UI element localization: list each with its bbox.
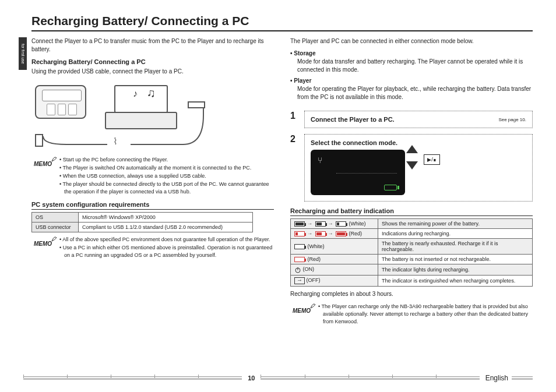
power-icon [294,266,301,273]
batt-cell-desc: The indicator is extinguished when recha… [378,276,533,287]
batt-cell-icons: → → (Red) [291,229,378,239]
right-intro: The Player and PC can be connected in ei… [290,37,533,45]
page-footer: 10 English [23,372,533,384]
page-title: Recharging Battery/ Connecting a PC [31,14,533,31]
step-number: 2 [290,134,298,144]
memo-block-1: MEMO Start up the PC before connecting t… [34,156,274,196]
memo-label: MEMO [34,156,56,167]
memo-item: The Player can recharge only the NB-3A90… [318,303,533,326]
memo-block-3: MEMO The Player can recharge only the NB… [293,303,533,326]
sub1-text: Using the provided USB cable, connect th… [31,68,274,76]
usb-symbol-icon: ⑂ [318,156,322,165]
table-row: → → (Red) Indications during recharging. [291,229,533,239]
memo-leaf-icon [310,302,316,309]
req-usb-label: USB connector [32,223,79,232]
table-row: USB connector Compliant to USB 1.1/2.0 s… [32,223,253,232]
player-screen-icon: ⑂ [311,150,405,195]
memo-item: The Player is switched ON automatically … [59,164,274,172]
batt-cell-icons: (Red) [291,255,378,264]
mode-desc: Mode for data transfer and battery recha… [290,58,533,74]
cable-break-icon: ⌇ [113,136,118,147]
memo-item: The player should be connected directly … [59,181,274,196]
mode-storage: Storage Mode for data transfer and batte… [290,50,533,74]
memo-list-3: The Player can recharge only the NB-3A90… [318,303,533,326]
requirements-table: OS Microsoft® Windows® XP/2000 USB conne… [31,212,253,232]
battery-status-icon [384,185,397,190]
footer-rule-right [261,376,479,380]
footer-mini-rule [512,376,533,380]
left-column: Connect the Player to a PC to transfer m… [31,37,274,331]
step-title: Connect the Player to a PC. [311,116,395,123]
nav-arrows [406,145,418,169]
batt-cell-icons: → → (White) [291,219,378,229]
intro-text: Connect the Player to a PC to transfer m… [31,37,274,54]
content-columns: Connect the Player to a PC to transfer m… [31,37,533,331]
mode-player: Player Mode for operating the Player for… [290,77,533,101]
batt-cell-icons: (OFF) [291,276,378,287]
batt-cell-icons: (ON) [291,264,378,276]
battery-table: → → (White) Shows the remaining power of… [290,218,533,287]
batt-cell-desc: Shows the remaining power of the battery… [378,219,533,229]
batt-cell-desc: Indications during recharging. [378,229,533,239]
memo-leaf-icon [51,155,57,162]
connection-illustration: ♪ ♫ ⌇ [31,80,212,150]
req-os-label: OS [32,213,79,223]
table-row: (White) The battery is nearly exhausted.… [291,239,533,255]
batt-cell-icons: (White) [291,239,378,255]
screen-divider-icon [336,173,397,174]
memo-item: Use a PC in which either OS mentioned ab… [59,244,274,259]
step-box: Select the connection mode. ⑂ ▶/∎ [304,134,533,202]
memo-block-2: MEMO All of the above specified PC envir… [34,236,274,260]
language-label: English [485,374,508,382]
step-2: 2 Select the connection mode. ⑂ ▶/∎ [290,134,533,202]
right-column: The Player and PC can be connected in ei… [290,37,533,331]
step-reference: See page 10. [498,117,526,122]
subhead-recharging: Recharging Battery/ Connecting a PC [31,58,274,65]
footer-rule-left [23,376,242,380]
arrow-up-icon [406,145,418,153]
arrow-down-icon [406,161,418,169]
page-number: 10 [248,375,255,382]
table-row: → → (White) Shows the remaining power of… [291,219,533,229]
table-row: (ON) The indicator lights during recharg… [291,264,533,276]
req-os-value: Microsoft® Windows® XP/2000 [79,213,253,223]
memo-list-1: Start up the PC before connecting the Pl… [59,156,274,196]
cable-icon [31,80,212,150]
step-1: 1 Connect the Player to a PC. See page 1… [290,111,533,128]
batt-cell-desc: The indicator lights during recharging. [378,264,533,276]
memo-label: MEMO [293,303,315,314]
subhead-requirements: PC system configuration requirements [31,201,274,210]
memo-label: MEMO [34,236,56,247]
step-number: 1 [290,111,298,121]
table-row: OS Microsoft® Windows® XP/2000 [32,213,253,223]
play-pause-icon: ▶/∎ [424,154,440,165]
req-usb-value: Compliant to USB 1.1/2.0 standard (USB 2… [79,223,253,232]
memo-leaf-icon [51,235,57,242]
subhead-battery: Recharging and battery indication [290,207,533,216]
step-title: Select the connection mode. [311,139,526,146]
memo-item: Start up the PC before connecting the Pl… [59,156,274,164]
table-row: (Red) The battery is not inserted or not… [291,255,533,264]
memo-item: All of the above specified PC environmen… [59,236,274,243]
batt-cell-desc: The battery is nearly exhausted. Recharg… [378,239,533,255]
step-box: Connect the Player to a PC. See page 10. [304,111,533,128]
table-row: (OFF) The indicator is extinguished when… [291,276,533,287]
batt-cell-desc: The battery is not inserted or not recha… [378,255,533,264]
memo-list-2: All of the above specified PC environmen… [59,236,274,260]
mode-desc: Mode for operating the Player for playba… [290,85,533,101]
recharge-note: Recharging completes in about 3 hours. [290,290,533,298]
memo-item: When the USB connection, always use a su… [59,172,274,180]
side-tab: for first use [19,37,27,70]
charge-icon [294,277,305,284]
